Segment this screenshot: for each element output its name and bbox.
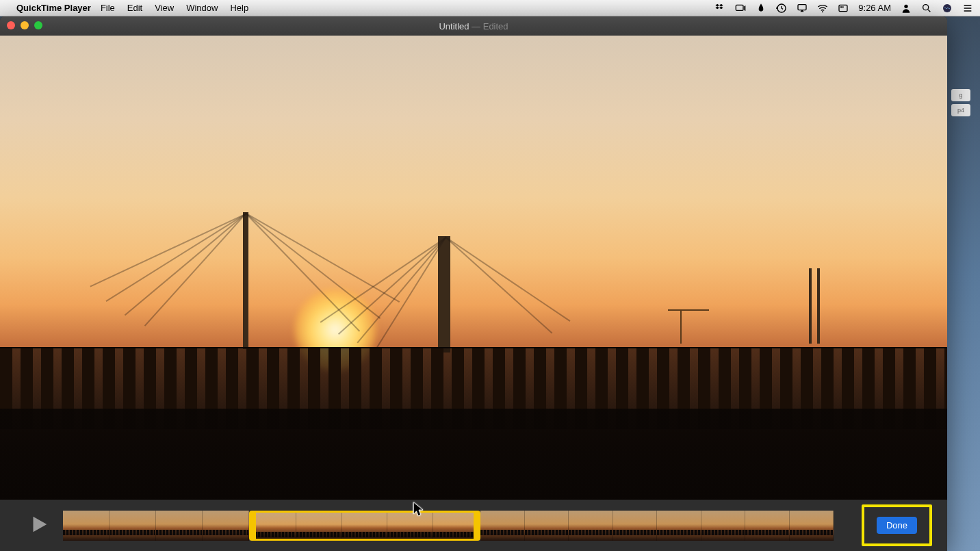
desktop-file-icons: g p4: [951, 89, 970, 116]
window-minimize-button[interactable]: [21, 21, 29, 29]
video-content-pylon: [438, 236, 450, 353]
svg-rect-2: [798, 4, 806, 10]
window-zoom-button[interactable]: [34, 21, 42, 29]
video-content-bridge-deck: [0, 347, 947, 429]
clip-segment-selected[interactable]: [249, 511, 480, 541]
trim-handle-left[interactable]: [249, 513, 256, 539]
timeline-thumbnail: [387, 513, 433, 539]
video-preview[interactable]: [0, 36, 947, 500]
timeline-thumbnail: [657, 511, 701, 541]
timeline-thumbnail: [525, 511, 569, 541]
desktop-file[interactable]: g: [951, 89, 970, 101]
menu-edit[interactable]: Edit: [127, 3, 142, 13]
airplay-icon[interactable]: [797, 3, 808, 14]
video-content-pylon: [243, 212, 248, 349]
video-content-smokestack: [817, 268, 820, 344]
video-content-smokestack: [809, 268, 812, 344]
timeline-thumbnail: [613, 511, 658, 541]
menu-help[interactable]: Help: [230, 3, 248, 13]
svg-rect-4: [839, 5, 847, 11]
backblaze-icon[interactable]: [756, 3, 766, 14]
timeline-thumbnail: [203, 511, 249, 541]
timeline-thumbnail: [480, 511, 525, 541]
svg-point-3: [822, 11, 823, 12]
done-button[interactable]: Done: [877, 517, 917, 534]
timemachine-icon[interactable]: [776, 3, 787, 14]
timeline-thumbnail: [109, 511, 156, 541]
wifi-icon[interactable]: [817, 3, 828, 14]
timeline-thumbnail: [63, 511, 109, 541]
screen-record-icon[interactable]: [735, 3, 746, 14]
timeline-thumbnail: [745, 511, 790, 541]
timeline-thumbnail: [433, 513, 478, 539]
play-button[interactable]: [27, 513, 51, 538]
quicktime-window: Untitled — Edited: [0, 16, 947, 551]
app-name[interactable]: QuickTime Player: [16, 3, 91, 13]
document-name: Untitled: [439, 21, 469, 31]
timeline-thumbnail: [569, 511, 613, 541]
window-close-button[interactable]: [7, 21, 15, 29]
spotlight-icon[interactable]: [921, 3, 932, 14]
notification-center-icon[interactable]: [962, 3, 973, 14]
timeline-thumbnail: [701, 511, 746, 541]
macos-menubar: QuickTime Player File Edit View Window H…: [0, 0, 980, 16]
dropbox-icon[interactable]: [714, 3, 725, 14]
window-title: Untitled — Edited: [439, 21, 508, 31]
document-edited-suffix: — Edited: [469, 21, 508, 31]
svg-rect-5: [840, 6, 842, 8]
trim-handle-right[interactable]: [474, 513, 480, 539]
menubar-tray: 9:26 AM: [714, 3, 973, 14]
svg-point-8: [923, 4, 929, 10]
menu-view[interactable]: View: [155, 3, 174, 13]
timeline-thumbnail: [342, 513, 387, 539]
svg-rect-0: [736, 5, 744, 10]
clip-timeline[interactable]: [63, 511, 849, 541]
desktop-file[interactable]: p4: [951, 104, 970, 116]
svg-rect-6: [842, 6, 844, 8]
window-titlebar[interactable]: Untitled — Edited: [0, 16, 947, 36]
window-traffic-lights: [7, 21, 42, 29]
menu-window[interactable]: Window: [186, 3, 218, 13]
timeline-thumbnail: [296, 513, 341, 539]
user-icon[interactable]: [901, 3, 912, 14]
clip-segment[interactable]: [480, 511, 834, 541]
timeline-thumbnail: [790, 511, 834, 541]
video-content-crane: [680, 309, 708, 344]
annotation-highlight: Done: [862, 504, 932, 546]
menu-file[interactable]: File: [101, 3, 115, 13]
trim-toolbar: Done: [0, 500, 947, 551]
siri-icon[interactable]: [942, 3, 953, 14]
timeline-thumbnail: [251, 513, 296, 539]
svg-point-7: [904, 4, 907, 8]
input-menu-icon[interactable]: [838, 3, 849, 14]
clip-segment[interactable]: [63, 511, 249, 541]
timeline-thumbnail: [156, 511, 203, 541]
menubar-clock[interactable]: 9:26 AM: [858, 3, 891, 13]
